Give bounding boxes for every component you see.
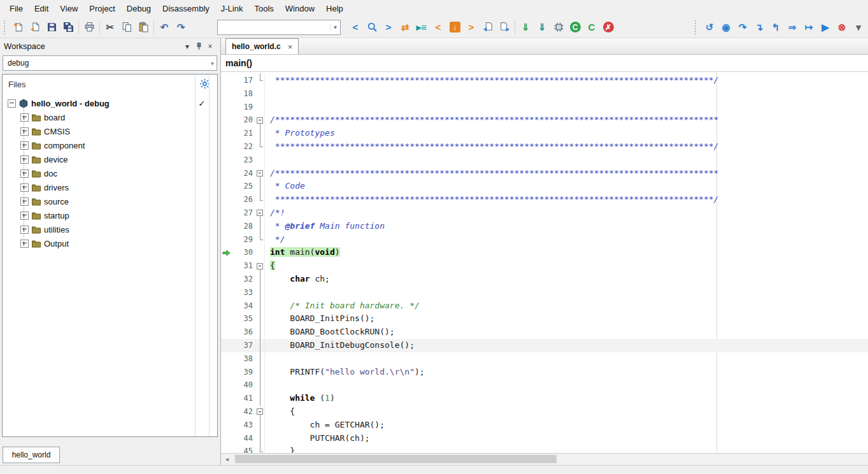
scrollbar-thumb[interactable] xyxy=(235,455,557,463)
expand-icon[interactable] xyxy=(20,113,29,122)
breakpoint-margin[interactable] xyxy=(221,220,231,233)
code-line-34[interactable]: 34 /* Init board hardware. */ xyxy=(221,299,868,313)
code-line-30[interactable]: 30int main(void) xyxy=(221,246,868,259)
code-line-29[interactable]: 29 */ xyxy=(221,233,868,247)
code-line-21[interactable]: 21 * Prototypes xyxy=(221,127,868,140)
replace-button[interactable]: ⇄ xyxy=(397,19,413,36)
code-line-26[interactable]: 26 *************************************… xyxy=(221,193,868,206)
code-line-32[interactable]: 32 char ch; xyxy=(221,273,868,286)
code-line-45[interactable]: 45 } xyxy=(221,445,868,453)
code-line-33[interactable]: 33 xyxy=(221,286,868,299)
tree-item-output[interactable]: Output xyxy=(4,236,192,250)
copy-button[interactable] xyxy=(118,19,135,36)
code-line-31[interactable]: 31{ xyxy=(221,259,868,273)
execution-arrow-icon[interactable] xyxy=(221,246,231,259)
step-over-button[interactable]: ↷ xyxy=(734,19,751,36)
save-all-button[interactable] xyxy=(60,19,76,36)
stop-build-button[interactable]: ✗ xyxy=(600,19,616,36)
tree-item-component[interactable]: component xyxy=(4,138,192,152)
open-document-button[interactable] xyxy=(27,19,43,36)
breakpoint-margin[interactable] xyxy=(221,154,231,167)
tree-item-startup[interactable]: startup xyxy=(4,208,192,222)
menu-item-help[interactable]: Help xyxy=(320,1,349,16)
code-line-41[interactable]: 41 while (1) xyxy=(221,392,868,405)
code-line-40[interactable]: 40 xyxy=(221,378,868,392)
print-button[interactable] xyxy=(81,19,97,36)
expand-icon[interactable] xyxy=(20,198,29,206)
cut-button[interactable]: ✂ xyxy=(102,19,118,36)
expand-icon[interactable] xyxy=(20,141,29,150)
code-line-23[interactable]: 23 xyxy=(221,154,868,167)
menu-item-disassembly[interactable]: Disassembly xyxy=(157,1,215,16)
debug-without-downloading-button[interactable] xyxy=(550,19,567,36)
go-to-definition-button[interactable]: ▸≡ xyxy=(413,19,430,36)
next-statement-button[interactable]: ⇒ xyxy=(784,19,800,36)
toggle-bookmark-button[interactable]: ↓ xyxy=(446,19,463,36)
stop-debugging-button[interactable]: ⊗ xyxy=(834,19,850,36)
go-button[interactable]: ▶ xyxy=(817,19,834,36)
break-button[interactable]: ◉ xyxy=(718,19,734,36)
code-line-25[interactable]: 25 * Code xyxy=(221,180,868,193)
breakpoint-margin[interactable] xyxy=(221,233,231,247)
next-bookmark-button[interactable]: > xyxy=(463,19,480,36)
find-next-button[interactable]: > xyxy=(380,19,397,36)
reset-button[interactable]: ↺ xyxy=(701,19,718,36)
tree-item-drivers[interactable]: drivers xyxy=(4,180,192,194)
breakpoint-margin[interactable] xyxy=(221,87,231,101)
debug-toolbar-options-button[interactable]: ▾ xyxy=(850,19,867,36)
menu-item-j-link[interactable]: J-Link xyxy=(215,1,249,16)
build-configuration-combo[interactable]: debug ▾ xyxy=(3,55,217,71)
code-line-20[interactable]: 20/*************************************… xyxy=(221,113,868,127)
run-to-cursor-button[interactable]: ↦ xyxy=(800,19,817,36)
expand-icon[interactable] xyxy=(20,169,29,178)
breakpoint-margin[interactable] xyxy=(221,101,231,114)
tab-hello-world-c[interactable]: hello_world.c × xyxy=(225,38,299,54)
menu-item-view[interactable]: View xyxy=(54,1,83,16)
horizontal-scrollbar[interactable]: ◂ xyxy=(221,453,868,465)
code-line-36[interactable]: 36 BOARD_BootClockRUN(); xyxy=(221,326,868,339)
find-button[interactable] xyxy=(364,19,380,36)
navigate-forward-button[interactable] xyxy=(496,19,513,36)
workspace-bottom-tab[interactable]: hello_world xyxy=(3,447,60,463)
expand-icon[interactable] xyxy=(20,212,29,220)
tree-item-utilities[interactable]: utilities xyxy=(4,222,192,236)
scroll-left-icon[interactable]: ◂ xyxy=(222,455,232,463)
new-document-button[interactable] xyxy=(10,19,27,36)
breakpoint-margin[interactable] xyxy=(221,193,231,206)
expand-icon[interactable] xyxy=(20,127,29,136)
function-selector-bar[interactable]: main() xyxy=(221,55,868,72)
collapse-icon[interactable] xyxy=(8,99,16,108)
workspace-close-icon[interactable]: × xyxy=(204,41,216,52)
cstat-analyze-button[interactable]: C xyxy=(567,19,583,36)
code-fold-toggle-icon[interactable] xyxy=(256,113,265,127)
code-fold-toggle-icon[interactable] xyxy=(256,206,265,220)
code-fold-toggle-icon[interactable] xyxy=(256,259,265,273)
combo-caret-icon[interactable]: ▾ xyxy=(330,24,340,31)
tree-item-source[interactable]: source xyxy=(4,194,192,208)
pin-icon[interactable] xyxy=(193,41,204,52)
menu-item-tools[interactable]: Tools xyxy=(248,1,279,16)
breakpoint-margin[interactable] xyxy=(221,419,231,432)
breakpoint-margin[interactable] xyxy=(221,299,231,313)
expand-icon[interactable] xyxy=(20,240,29,248)
code-line-38[interactable]: 38 xyxy=(221,352,868,366)
tree-item-board[interactable]: board xyxy=(4,110,192,124)
cstat-compile-button[interactable]: C xyxy=(583,19,600,36)
breakpoint-margin[interactable] xyxy=(221,432,231,445)
step-into-button[interactable]: ↴ xyxy=(751,19,767,36)
breakpoint-margin[interactable] xyxy=(221,312,231,326)
redo-button[interactable]: ↷ xyxy=(173,19,189,36)
menu-item-project[interactable]: Project xyxy=(83,1,120,16)
expand-icon[interactable] xyxy=(20,183,29,192)
code-line-37[interactable]: 37 BOARD_InitDebugConsole(); xyxy=(221,339,868,352)
breakpoint-margin[interactable] xyxy=(221,273,231,286)
breakpoint-margin[interactable] xyxy=(221,339,231,352)
code-line-22[interactable]: 22 *************************************… xyxy=(221,140,868,154)
breakpoint-margin[interactable] xyxy=(221,127,231,140)
tree-item-device[interactable]: device xyxy=(4,152,192,166)
code-fold-toggle-icon[interactable] xyxy=(256,167,265,180)
make-button[interactable]: ⇓ xyxy=(517,19,534,36)
tree-item-doc[interactable]: doc xyxy=(4,166,192,180)
previous-bookmark-button[interactable]: < xyxy=(430,19,446,36)
find-previous-button[interactable]: < xyxy=(347,19,364,36)
